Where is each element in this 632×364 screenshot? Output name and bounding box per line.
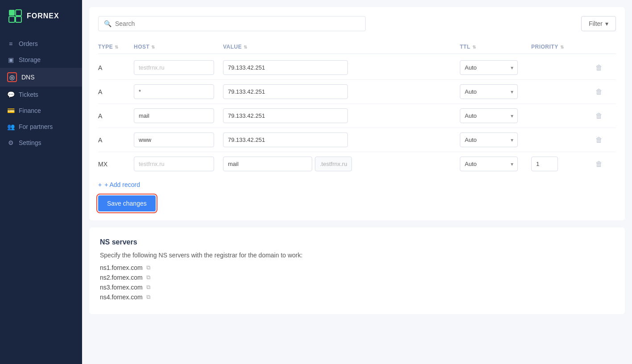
value-cell: .testfrnx.ru: [223, 157, 460, 171]
sidebar-item-orders[interactable]: ≡ Orders: [0, 36, 82, 52]
value-cell: [223, 84, 460, 99]
search-input[interactable]: [115, 20, 360, 27]
host-input[interactable]: [134, 157, 214, 171]
value-input[interactable]: [223, 84, 348, 99]
sidebar-item-label: Orders: [19, 40, 38, 47]
host-cell[interactable]: [134, 108, 223, 123]
add-record-button[interactable]: + + Add record: [98, 176, 140, 192]
copy-icon[interactable]: ⧉: [146, 294, 150, 301]
ns-server-item: ns4.fornex.com ⧉: [100, 294, 614, 301]
table-header: TYPE ⇅ HOST ⇅ VALUE ⇅ TTL ⇅: [98, 40, 616, 54]
table-row: A Auto30060018003600: [98, 128, 616, 152]
copy-icon[interactable]: ⧉: [146, 264, 150, 271]
ttl-cell[interactable]: Auto30060018003600: [460, 157, 531, 171]
value-cell: [223, 132, 460, 147]
record-type: A: [98, 64, 134, 71]
delete-cell[interactable]: 🗑: [594, 134, 616, 146]
orders-icon: ≡: [7, 40, 14, 47]
ttl-select[interactable]: Auto30060018003600: [460, 60, 518, 75]
table-row: A Auto30060018003600: [98, 104, 616, 128]
col-ttl: TTL ⇅: [460, 44, 531, 50]
dns-icon: ◎: [8, 74, 16, 81]
delete-cell[interactable]: 🗑: [594, 62, 616, 74]
value-input[interactable]: [223, 60, 348, 75]
ttl-select[interactable]: Auto30060018003600: [460, 157, 518, 171]
record-type: A: [98, 136, 134, 144]
ns-servers-desc: Specify the following NS servers with th…: [100, 252, 614, 259]
value-suffix: .testfrnx.ru: [315, 157, 352, 171]
sort-icon-priority: ⇅: [560, 45, 564, 50]
delete-button[interactable]: 🗑: [594, 134, 604, 146]
ttl-select[interactable]: Auto30060018003600: [460, 84, 518, 99]
add-record-label: + Add record: [104, 181, 140, 188]
sidebar-item-finance[interactable]: 💳 Finance: [0, 103, 82, 119]
ns-server-name: ns4.fornex.com: [100, 294, 143, 301]
copy-icon[interactable]: ⧉: [146, 284, 150, 291]
save-changes-button[interactable]: Save changes: [98, 195, 156, 211]
table-row: MX .testfrnx.ru Auto30060018003600: [98, 152, 616, 176]
save-changes-container: Save changes: [98, 192, 616, 211]
delete-cell[interactable]: 🗑: [594, 110, 616, 122]
ns-server-name: ns1.fornex.com: [100, 264, 143, 271]
sidebar-item-settings[interactable]: ⚙ Settings: [0, 135, 82, 151]
ttl-cell[interactable]: Auto30060018003600: [460, 132, 531, 147]
sidebar-item-label: Finance: [19, 107, 41, 114]
plus-icon: +: [98, 181, 102, 188]
finance-icon: 💳: [7, 107, 14, 114]
filter-label: Filter: [589, 20, 603, 27]
ttl-cell[interactable]: Auto30060018003600: [460, 84, 531, 99]
sidebar-item-tickets[interactable]: 💬 Tickets: [0, 87, 82, 103]
host-input[interactable]: [134, 132, 214, 147]
ns-servers-section: NS servers Specify the following NS serv…: [89, 228, 625, 314]
ns-server-item: ns3.fornex.com ⧉: [100, 284, 614, 291]
host-cell[interactable]: [134, 157, 223, 171]
sidebar-item-label: Settings: [19, 139, 41, 146]
host-cell[interactable]: [134, 60, 223, 75]
dns-icon-wrap: ◎: [7, 72, 17, 82]
value-input[interactable]: [223, 157, 312, 171]
delete-button[interactable]: 🗑: [594, 110, 604, 122]
value-input[interactable]: [223, 132, 348, 147]
col-host: HOST ⇅: [134, 44, 223, 50]
search-box[interactable]: 🔍: [98, 16, 366, 31]
chevron-down-icon: ▾: [605, 20, 608, 27]
tickets-icon: 💬: [7, 91, 14, 98]
host-cell[interactable]: [134, 132, 223, 147]
col-type: TYPE ⇅: [98, 44, 134, 50]
ttl-select[interactable]: Auto30060018003600: [460, 108, 518, 123]
ttl-cell[interactable]: Auto30060018003600: [460, 60, 531, 75]
priority-cell[interactable]: [531, 157, 594, 171]
value-input[interactable]: [223, 108, 348, 123]
search-filter-row: 🔍 Filter ▾: [98, 16, 616, 31]
host-input[interactable]: [134, 60, 214, 75]
delete-cell[interactable]: 🗑: [594, 86, 616, 98]
sidebar: FORNEX ≡ Orders ▣ Storage ◎ DNS 💬 Ticket…: [0, 0, 82, 364]
ttl-select[interactable]: Auto30060018003600: [460, 132, 518, 147]
col-value: VALUE ⇅: [223, 44, 460, 50]
host-input[interactable]: [134, 84, 214, 99]
delete-button[interactable]: 🗑: [594, 62, 604, 74]
host-input[interactable]: [134, 108, 214, 123]
search-icon: 🔍: [104, 20, 112, 27]
value-cell: [223, 60, 460, 75]
sidebar-item-storage[interactable]: ▣ Storage: [0, 52, 82, 68]
sidebar-item-for-partners[interactable]: 👥 For partners: [0, 119, 82, 135]
delete-button[interactable]: 🗑: [594, 86, 604, 98]
priority-input[interactable]: [531, 157, 558, 171]
sidebar-item-label: DNS: [21, 74, 35, 81]
ns-servers-title: NS servers: [100, 238, 614, 246]
sidebar-item-dns[interactable]: ◎ DNS: [0, 68, 82, 87]
storage-icon: ▣: [7, 56, 14, 63]
host-cell[interactable]: [134, 84, 223, 99]
table-row: A Auto30060018003600: [98, 56, 616, 80]
filter-button[interactable]: Filter ▾: [581, 16, 616, 31]
sort-icon-value: ⇅: [244, 45, 248, 50]
ttl-cell[interactable]: Auto30060018003600: [460, 108, 531, 123]
dns-records-section: 🔍 Filter ▾ TYPE ⇅ HOST: [89, 7, 625, 220]
delete-button[interactable]: 🗑: [594, 158, 604, 170]
partners-icon: 👥: [7, 123, 14, 130]
logo-text: FORNEX: [27, 12, 59, 20]
delete-cell[interactable]: 🗑: [594, 158, 616, 170]
content-area: 🔍 Filter ▾ TYPE ⇅ HOST: [82, 7, 632, 314]
copy-icon[interactable]: ⧉: [146, 274, 150, 281]
